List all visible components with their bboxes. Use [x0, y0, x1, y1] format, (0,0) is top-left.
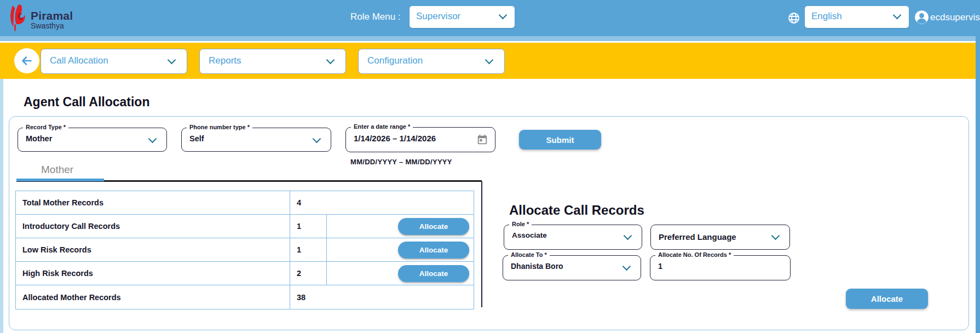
row-value: 38 [290, 285, 327, 309]
table-row: Total Mother Records 4 [16, 191, 474, 215]
submit-button[interactable]: Submit [519, 130, 601, 150]
row-value: 1 [290, 215, 327, 238]
nav-menu-reports[interactable]: Reports [199, 49, 346, 74]
header-divider-stripe [0, 36, 980, 41]
scrollbar[interactable] [976, 36, 980, 333]
arrow-left-icon [20, 54, 34, 68]
field-label: Phone number type * [187, 124, 252, 130]
records-count-input[interactable]: Allocate No. Of Records * 1 [650, 255, 791, 280]
allocate-section-title: Allocate Call Records [509, 203, 644, 218]
nav-menu-configuration[interactable]: Configuration [358, 49, 505, 74]
username: ecdsupervis [930, 12, 980, 23]
field-label: Allocate No. Of Records * [655, 251, 734, 258]
table-panel-divider [481, 181, 482, 307]
back-button[interactable] [14, 48, 39, 73]
chevron-down-icon [313, 135, 321, 143]
user-menu[interactable]: ecdsupervis [914, 10, 980, 25]
tab-indicator [16, 179, 104, 181]
table-row: Low Risk Records 1 Allocate [16, 238, 474, 262]
row-label: Total Mother Records [16, 191, 290, 214]
role-select-value: Supervisor [416, 11, 460, 22]
chevron-down-icon [624, 232, 632, 240]
row-value: 4 [290, 191, 327, 214]
field-value: Preferred Language [659, 232, 736, 242]
allocate-row-button[interactable]: Allocate [398, 218, 469, 235]
chevron-down-icon [168, 56, 176, 65]
language-select-value: English [811, 11, 842, 22]
allocate-button[interactable]: Allocate [846, 289, 928, 309]
role-select[interactable]: Supervisor [410, 6, 515, 28]
chevron-down-icon [771, 232, 780, 240]
piramal-logo-icon [7, 4, 28, 32]
record-type-select[interactable]: Record Type * Mother [18, 128, 167, 152]
phone-number-type-select[interactable]: Phone number type * Self [181, 128, 331, 152]
user-icon [914, 10, 929, 25]
nav-bar: Call Allocation Reports Configuration [0, 43, 980, 79]
nav-menu-call-allocation[interactable]: Call Allocation [41, 49, 187, 74]
calendar-icon[interactable] [476, 134, 488, 146]
row-label: Allocated Mother Records [16, 285, 290, 309]
field-label: Allocate To * [508, 251, 550, 258]
row-label: High Risk Records [16, 262, 290, 285]
role-field-select[interactable]: Role * Associate [504, 225, 642, 250]
field-value: 1 [658, 262, 662, 271]
nav-menu-label: Configuration [367, 55, 423, 66]
allocate-row-button[interactable]: Allocate [398, 265, 469, 282]
brand-logo: Piramal Swasthya [7, 4, 73, 32]
chevron-down-icon [485, 56, 494, 65]
chevron-down-icon [893, 11, 902, 20]
row-label: Low Risk Records [16, 238, 290, 261]
chevron-down-icon [326, 56, 335, 65]
field-value: Dhanista Boro [511, 262, 563, 271]
field-label: Role * [509, 221, 532, 227]
records-table: Total Mother Records 4 Introductory Call… [15, 191, 474, 309]
nav-menu-label: Call Allocation [50, 55, 108, 66]
row-label: Introductory Call Records [16, 215, 290, 238]
chevron-down-icon [622, 262, 631, 271]
scrollbar-thumb[interactable] [976, 36, 980, 333]
chevron-down-icon [148, 135, 157, 143]
field-value: Self [189, 134, 204, 143]
role-menu-label: Role Menu : [350, 12, 401, 22]
tab-mother[interactable]: Mother [41, 164, 73, 176]
preferred-language-select[interactable]: Preferred Language [650, 225, 790, 250]
table-row: Introductory Call Records 1 Allocate [16, 215, 474, 238]
page-edge-stripe [0, 79, 3, 333]
brand-name: Piramal [31, 10, 73, 21]
table-row: Allocated Mother Records 38 [16, 285, 474, 309]
screen: Piramal Swasthya Role Menu : Supervisor … [0, 0, 980, 333]
chevron-down-icon [499, 11, 508, 20]
allocate-to-select[interactable]: Allocate To * Dhanista Boro [503, 255, 641, 280]
row-value: 2 [290, 262, 327, 285]
date-format-hint: MM/DD/YYYY – MM/DD/YYYY [350, 158, 452, 166]
field-value: Mother [26, 134, 52, 143]
brand-subtitle: Swasthya [31, 22, 73, 30]
allocate-row-button[interactable]: Allocate [398, 242, 469, 259]
field-label: Enter a date range * [351, 123, 413, 130]
field-value: Associate [512, 231, 547, 239]
row-value: 1 [290, 238, 327, 261]
date-range-value: 1/14/2026 – 1/14/2026 [354, 134, 436, 143]
date-range-input[interactable]: Enter a date range * 1/14/2026 – 1/14/20… [345, 127, 495, 152]
language-select[interactable]: English [805, 6, 909, 28]
app-header: Piramal Swasthya Role Menu : Supervisor … [0, 0, 980, 36]
nav-menu-label: Reports [209, 55, 241, 66]
page-title: Agent Call Allocation [24, 95, 149, 110]
globe-icon[interactable] [787, 12, 800, 25]
field-label: Record Type * [23, 124, 68, 130]
table-row: High Risk Records 2 Allocate [16, 262, 474, 285]
